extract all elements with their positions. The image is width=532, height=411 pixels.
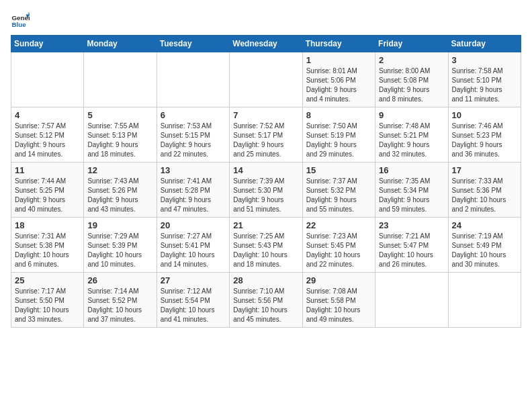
day-number: 28 [233, 275, 298, 285]
svg-text:Blue: Blue [11, 21, 26, 28]
calendar-cell: 25Sunrise: 7:17 AM Sunset: 5:50 PM Dayli… [11, 273, 84, 328]
calendar-cell: 1Sunrise: 8:01 AM Sunset: 5:06 PM Daylig… [302, 52, 375, 107]
calendar-header: SundayMondayTuesdayWednesdayThursdayFrid… [11, 36, 521, 52]
day-info: Sunrise: 7:19 AM Sunset: 5:49 PM Dayligh… [452, 232, 517, 269]
calendar-cell: 27Sunrise: 7:12 AM Sunset: 5:54 PM Dayli… [157, 273, 229, 328]
day-number: 17 [452, 165, 517, 175]
day-number: 9 [379, 110, 444, 120]
day-info: Sunrise: 7:41 AM Sunset: 5:28 PM Dayligh… [161, 177, 226, 214]
day-info: Sunrise: 7:29 AM Sunset: 5:39 PM Dayligh… [87, 232, 152, 269]
calendar-cell: 29Sunrise: 7:08 AM Sunset: 5:58 PM Dayli… [302, 273, 375, 328]
calendar-cell: 17Sunrise: 7:33 AM Sunset: 5:36 PM Dayli… [448, 163, 521, 218]
week-row-2: 11Sunrise: 7:44 AM Sunset: 5:25 PM Dayli… [11, 163, 521, 218]
calendar-cell: 14Sunrise: 7:39 AM Sunset: 5:30 PM Dayli… [230, 163, 302, 218]
calendar-cell: 19Sunrise: 7:29 AM Sunset: 5:39 PM Dayli… [84, 218, 157, 273]
day-number: 23 [379, 220, 444, 230]
calendar-cell [84, 52, 157, 107]
day-info: Sunrise: 7:46 AM Sunset: 5:23 PM Dayligh… [452, 122, 517, 159]
day-number: 8 [306, 110, 371, 120]
calendar-cell: 21Sunrise: 7:25 AM Sunset: 5:43 PM Dayli… [230, 218, 302, 273]
day-number: 22 [306, 220, 371, 230]
day-info: Sunrise: 7:08 AM Sunset: 5:58 PM Dayligh… [306, 287, 371, 324]
day-info: Sunrise: 7:39 AM Sunset: 5:30 PM Dayligh… [233, 177, 298, 214]
calendar-cell: 23Sunrise: 7:21 AM Sunset: 5:47 PM Dayli… [375, 218, 448, 273]
day-info: Sunrise: 7:50 AM Sunset: 5:19 PM Dayligh… [306, 122, 371, 159]
header-wednesday: Wednesday [230, 36, 302, 52]
day-number: 1 [306, 55, 371, 65]
week-row-3: 18Sunrise: 7:31 AM Sunset: 5:38 PM Dayli… [11, 218, 521, 273]
logo: General Blue [11, 11, 32, 30]
day-number: 5 [87, 110, 152, 120]
calendar-cell: 24Sunrise: 7:19 AM Sunset: 5:49 PM Dayli… [448, 218, 521, 273]
day-info: Sunrise: 7:55 AM Sunset: 5:13 PM Dayligh… [87, 122, 152, 159]
calendar-cell: 28Sunrise: 7:10 AM Sunset: 5:56 PM Dayli… [230, 273, 302, 328]
calendar-cell: 22Sunrise: 7:23 AM Sunset: 5:45 PM Dayli… [302, 218, 375, 273]
header-saturday: Saturday [448, 36, 521, 52]
calendar-cell: 5Sunrise: 7:55 AM Sunset: 5:13 PM Daylig… [84, 107, 157, 163]
calendar-cell: 16Sunrise: 7:35 AM Sunset: 5:34 PM Dayli… [375, 163, 448, 218]
calendar-table: SundayMondayTuesdayWednesdayThursdayFrid… [11, 35, 521, 328]
day-number: 24 [452, 220, 517, 230]
day-number: 10 [452, 110, 517, 120]
calendar-cell: 2Sunrise: 8:00 AM Sunset: 5:08 PM Daylig… [375, 52, 448, 107]
calendar-cell [11, 52, 84, 107]
day-number: 6 [161, 110, 226, 120]
day-number: 16 [379, 165, 444, 175]
day-number: 19 [87, 220, 152, 230]
calendar-cell: 3Sunrise: 7:58 AM Sunset: 5:10 PM Daylig… [448, 52, 521, 107]
day-number: 21 [233, 220, 298, 230]
header-row: SundayMondayTuesdayWednesdayThursdayFrid… [11, 36, 521, 52]
calendar-cell: 11Sunrise: 7:44 AM Sunset: 5:25 PM Dayli… [11, 163, 84, 218]
calendar-cell: 26Sunrise: 7:14 AM Sunset: 5:52 PM Dayli… [84, 273, 157, 328]
day-number: 7 [233, 110, 298, 120]
calendar-cell: 9Sunrise: 7:48 AM Sunset: 5:21 PM Daylig… [375, 107, 448, 163]
day-number: 14 [233, 165, 298, 175]
header-monday: Monday [84, 36, 157, 52]
calendar-cell [230, 52, 302, 107]
week-row-1: 4Sunrise: 7:57 AM Sunset: 5:12 PM Daylig… [11, 107, 521, 163]
day-number: 15 [306, 165, 371, 175]
day-info: Sunrise: 7:10 AM Sunset: 5:56 PM Dayligh… [233, 287, 298, 324]
day-info: Sunrise: 7:31 AM Sunset: 5:38 PM Dayligh… [15, 232, 80, 269]
day-info: Sunrise: 7:14 AM Sunset: 5:52 PM Dayligh… [87, 287, 152, 324]
calendar-cell [448, 273, 521, 328]
calendar-cell: 8Sunrise: 7:50 AM Sunset: 5:19 PM Daylig… [302, 107, 375, 163]
calendar-cell: 12Sunrise: 7:43 AM Sunset: 5:26 PM Dayli… [84, 163, 157, 218]
day-number: 3 [452, 55, 517, 65]
page-header: General Blue [11, 11, 521, 30]
header-thursday: Thursday [302, 36, 375, 52]
calendar-cell: 4Sunrise: 7:57 AM Sunset: 5:12 PM Daylig… [11, 107, 84, 163]
day-info: Sunrise: 7:27 AM Sunset: 5:41 PM Dayligh… [161, 232, 226, 269]
day-number: 2 [379, 55, 444, 65]
calendar-cell [157, 52, 229, 107]
day-number: 11 [15, 165, 80, 175]
day-number: 20 [161, 220, 226, 230]
calendar-cell: 7Sunrise: 7:52 AM Sunset: 5:17 PM Daylig… [230, 107, 302, 163]
day-info: Sunrise: 7:17 AM Sunset: 5:50 PM Dayligh… [15, 287, 80, 324]
day-info: Sunrise: 7:33 AM Sunset: 5:36 PM Dayligh… [452, 177, 517, 214]
day-info: Sunrise: 7:12 AM Sunset: 5:54 PM Dayligh… [161, 287, 226, 324]
calendar-body: 1Sunrise: 8:01 AM Sunset: 5:06 PM Daylig… [11, 52, 521, 328]
calendar-cell: 6Sunrise: 7:53 AM Sunset: 5:15 PM Daylig… [157, 107, 229, 163]
calendar-cell: 18Sunrise: 7:31 AM Sunset: 5:38 PM Dayli… [11, 218, 84, 273]
day-number: 18 [15, 220, 80, 230]
header-friday: Friday [375, 36, 448, 52]
day-number: 26 [87, 275, 152, 285]
logo-icon: General Blue [11, 11, 30, 30]
day-info: Sunrise: 7:57 AM Sunset: 5:12 PM Dayligh… [15, 122, 80, 159]
day-info: Sunrise: 7:21 AM Sunset: 5:47 PM Dayligh… [379, 232, 444, 269]
calendar-cell: 20Sunrise: 7:27 AM Sunset: 5:41 PM Dayli… [157, 218, 229, 273]
day-number: 29 [306, 275, 371, 285]
day-number: 13 [161, 165, 226, 175]
day-info: Sunrise: 8:01 AM Sunset: 5:06 PM Dayligh… [306, 66, 371, 104]
calendar-cell: 15Sunrise: 7:37 AM Sunset: 5:32 PM Dayli… [302, 163, 375, 218]
day-info: Sunrise: 7:52 AM Sunset: 5:17 PM Dayligh… [233, 122, 298, 159]
day-info: Sunrise: 8:00 AM Sunset: 5:08 PM Dayligh… [379, 66, 444, 104]
day-number: 12 [87, 165, 152, 175]
calendar-cell: 10Sunrise: 7:46 AM Sunset: 5:23 PM Dayli… [448, 107, 521, 163]
day-info: Sunrise: 7:25 AM Sunset: 5:43 PM Dayligh… [233, 232, 298, 269]
day-info: Sunrise: 7:53 AM Sunset: 5:15 PM Dayligh… [161, 122, 226, 159]
day-info: Sunrise: 7:44 AM Sunset: 5:25 PM Dayligh… [15, 177, 80, 214]
day-number: 25 [15, 275, 80, 285]
day-info: Sunrise: 7:23 AM Sunset: 5:45 PM Dayligh… [306, 232, 371, 269]
